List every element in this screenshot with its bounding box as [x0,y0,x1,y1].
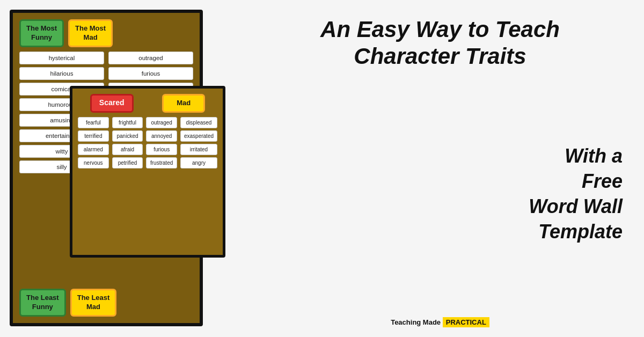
small-frame: Scared Mad fearful terrified alarmed ner… [70,86,225,258]
most-mad-label: The MostMad [68,19,113,47]
list-item: irritated [180,144,217,155]
right-section: An Easy Way to Teach Character Traits Wi… [231,0,644,337]
subtitle-line1: With a [258,144,623,169]
small-header: Scared Mad [78,94,217,113]
brand-prefix: Teaching Made [391,318,441,326]
main-title-line2: Character Traits [258,43,623,70]
small-content: fearful terrified alarmed nervous fright… [78,117,217,250]
left-section: The MostFunny The MostMad hysterical hil… [0,0,231,337]
list-item: exasperated [180,130,217,142]
main-title-line1: An Easy Way to Teach [258,16,623,43]
mad-col1: outraged annoyed furious frustrated [146,117,177,250]
scared-col2: frightful panicked afraid petrified [112,117,143,250]
subtitle-line4: Template [258,219,623,245]
list-item: panicked [112,130,143,142]
subtitle-line2: Free [258,169,623,194]
brand-highlight: PRACTICAL [443,317,489,327]
list-item: outraged [146,117,177,128]
title-block: An Easy Way to Teach Character Traits [258,16,623,70]
scared-label: Scared [90,94,134,113]
list-item: hilarious [19,67,104,80]
list-item: fearful [78,117,109,128]
least-mad-label: The LeastMad [70,289,117,317]
list-item: afraid [112,144,143,155]
subtitle-line3: Word Wall [258,194,623,219]
list-item: frustrated [146,157,177,169]
list-item: furious [108,67,193,80]
list-item: angry [180,157,217,169]
list-item: terrified [78,130,109,142]
most-funny-label: The MostFunny [19,19,64,47]
list-item: frightful [112,117,143,128]
list-item: petrified [112,157,143,169]
list-item: furious [146,144,177,155]
list-item: annoyed [146,130,177,142]
subtitle-block: With a Free Word Wall Template [258,144,623,244]
list-item: nervous [78,157,109,169]
mad-label: Mad [162,94,205,113]
word-wall-header: The MostFunny The MostMad [19,19,193,47]
brand-footer: Teaching Made PRACTICAL [258,318,623,326]
word-wall-footer: The LeastFunny The LeastMad [19,289,193,317]
list-item: displeased [180,117,217,128]
list-item: outraged [108,52,193,64]
list-item: hysterical [19,52,104,64]
mad-col2: displeased exasperated irritated angry [180,117,217,250]
scared-col1: fearful terrified alarmed nervous [78,117,109,250]
list-item: alarmed [78,144,109,155]
least-funny-label: The LeastFunny [19,289,66,317]
